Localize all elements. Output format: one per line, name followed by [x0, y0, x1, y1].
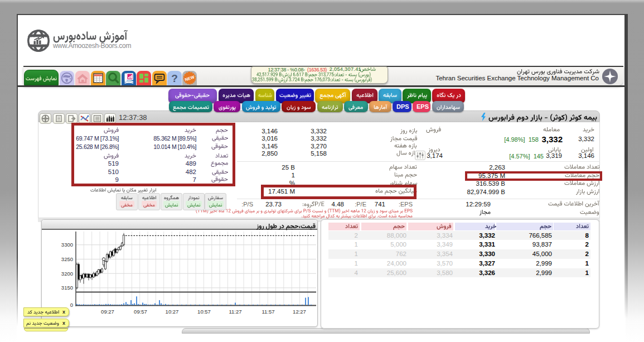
svg-text:12:27: 12:27 — [293, 309, 306, 315]
svg-text:10:27: 10:27 — [166, 309, 179, 315]
svg-text:3250: 3250 — [61, 256, 73, 262]
svg-text:0: 0 — [70, 302, 73, 308]
svg-text:10:57: 10:57 — [197, 309, 211, 315]
svg-text:09:57: 09:57 — [134, 309, 147, 315]
svg-text:11:57: 11:57 — [262, 309, 274, 315]
svg-text:09:27: 09:27 — [101, 309, 114, 315]
svg-text:?: ? — [171, 73, 178, 84]
svg-text:3300: 3300 — [61, 242, 73, 248]
svg-text:11:27: 11:27 — [229, 309, 241, 315]
svg-text:3200: 3200 — [61, 271, 73, 277]
svg-text:3150: 3150 — [61, 285, 73, 291]
